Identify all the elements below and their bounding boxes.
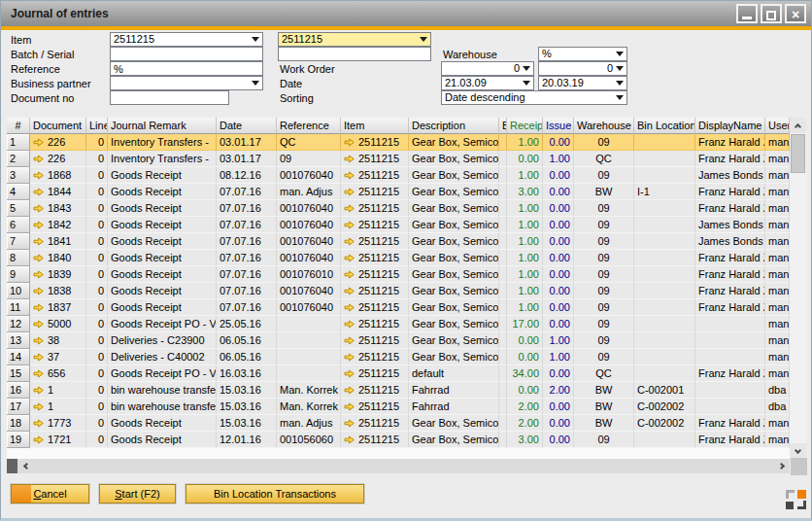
business-partner-combo[interactable] — [110, 76, 263, 90]
row-number-cell[interactable]: 4 — [7, 184, 30, 200]
date-from-combo[interactable]: 21.03.09 — [441, 76, 534, 90]
link-arrow-icon[interactable] — [33, 402, 44, 411]
table-row[interactable]: 1018380Goods Receipt07.07.16001076040251… — [7, 283, 790, 299]
table-row[interactable]: 14370Deliveries - C4000206.05.162511215G… — [7, 349, 790, 365]
header-reference[interactable]: Reference — [277, 118, 341, 134]
link-arrow-icon[interactable] — [33, 353, 44, 362]
table-row[interactable]: 1118370Goods Receipt07.07.16001076040251… — [7, 299, 790, 316]
cell-document[interactable]: 226 — [30, 151, 86, 167]
header-date[interactable]: Date — [217, 118, 277, 134]
cell-document[interactable]: 656 — [30, 365, 86, 382]
table-row[interactable]: 918390Goods Receipt07.07.160010760102511… — [7, 266, 790, 283]
row-number-cell[interactable]: 19 — [7, 432, 30, 448]
title-bar[interactable]: Journal of entries — [1, 1, 811, 26]
table-row[interactable]: 12260Inventory Transfers -03.01.17QC2511… — [7, 134, 790, 151]
table-row[interactable]: 418440Goods Receipt07.07.16man. Adjus251… — [7, 184, 790, 200]
row-number-cell[interactable]: 14 — [7, 349, 30, 365]
cell-item[interactable]: 2511215 — [341, 151, 409, 167]
work-order-from-combo[interactable]: 0 — [441, 61, 534, 76]
link-arrow-icon[interactable] — [33, 320, 44, 329]
cell-item[interactable]: 2511215 — [341, 399, 409, 415]
row-number-cell[interactable]: 2 — [7, 151, 30, 167]
table-row[interactable]: 1710bin warehouse transfer15.03.16Man. K… — [7, 399, 790, 415]
cell-document[interactable]: 1868 — [30, 167, 86, 184]
cell-document[interactable]: 1 — [30, 382, 86, 399]
cell-document[interactable]: 1721 — [30, 432, 86, 448]
vertical-scrollbar-thumb[interactable] — [791, 134, 805, 173]
link-arrow-icon[interactable] — [33, 369, 44, 378]
row-number-cell[interactable]: 12 — [7, 316, 30, 332]
link-arrow-icon[interactable] — [344, 138, 355, 147]
link-arrow-icon[interactable] — [344, 287, 355, 295]
item-combo-secondary[interactable]: 2511215 — [278, 32, 431, 47]
cell-item[interactable]: 2511215 — [341, 415, 409, 432]
cell-item[interactable]: 2511215 — [341, 432, 409, 448]
link-arrow-icon[interactable] — [344, 402, 355, 411]
header-receipt[interactable]: Receipt — [507, 118, 543, 134]
header-display-name[interactable]: DisplayName — [695, 118, 765, 134]
link-arrow-icon[interactable] — [344, 435, 355, 444]
cell-document[interactable]: 1773 — [30, 415, 86, 432]
batch-serial-input-secondary[interactable] — [278, 47, 431, 61]
row-number-cell[interactable]: 15 — [7, 365, 30, 382]
table-row[interactable]: 1817730Goods Receipt15.03.16man. Adjus25… — [7, 415, 790, 432]
link-arrow-icon[interactable] — [344, 254, 355, 262]
date-to-combo[interactable]: 20.03.19 — [538, 76, 627, 90]
row-number-cell[interactable]: 11 — [7, 299, 30, 316]
table-row[interactable]: 318680Goods Receipt08.12.160010760402511… — [7, 167, 790, 184]
link-arrow-icon[interactable] — [344, 320, 355, 329]
link-arrow-icon[interactable] — [344, 171, 355, 180]
start-button[interactable]: Start (F2) — [99, 484, 176, 504]
cell-document[interactable]: 1844 — [30, 184, 86, 200]
table-row[interactable]: 22260Inventory Transfers -03.01.17092511… — [7, 151, 790, 167]
cell-document[interactable]: 1840 — [30, 250, 86, 266]
header-item[interactable]: Item — [341, 118, 409, 134]
cell-item[interactable]: 2511215 — [341, 283, 409, 299]
sorting-combo[interactable]: Date descending — [441, 90, 627, 105]
cell-item[interactable]: 2511215 — [341, 217, 409, 233]
row-number-cell[interactable]: 1 — [7, 134, 30, 151]
table-row[interactable]: 718410Goods Receipt07.07.160010760402511… — [7, 233, 790, 250]
link-arrow-icon[interactable] — [344, 270, 355, 279]
header-description[interactable]: Description — [409, 118, 499, 134]
link-arrow-icon[interactable] — [344, 237, 355, 246]
cell-item[interactable]: 2511215 — [341, 349, 409, 365]
link-arrow-icon[interactable] — [33, 386, 44, 395]
cell-item[interactable]: 2511215 — [341, 316, 409, 332]
cell-document[interactable]: 1837 — [30, 299, 86, 316]
cell-item[interactable]: 2511215 — [341, 134, 409, 151]
header-row-number[interactable]: # — [7, 118, 30, 134]
row-number-cell[interactable]: 9 — [7, 266, 30, 283]
row-number-cell[interactable]: 16 — [7, 382, 30, 399]
row-number-cell[interactable]: 10 — [7, 283, 30, 299]
scrollbar-split-handle[interactable] — [7, 459, 17, 473]
header-issue[interactable]: Issue — [543, 118, 574, 134]
link-arrow-icon[interactable] — [33, 419, 44, 428]
link-arrow-icon[interactable] — [344, 188, 355, 196]
link-arrow-icon[interactable] — [33, 138, 44, 147]
work-order-to-combo[interactable]: 0 — [538, 61, 627, 76]
cancel-button[interactable]: Cancel — [11, 484, 89, 504]
link-arrow-icon[interactable] — [33, 336, 44, 345]
row-number-cell[interactable]: 5 — [7, 200, 30, 217]
header-journal-remark[interactable]: Journal Remark — [108, 118, 217, 134]
cell-document[interactable]: 1838 — [30, 283, 86, 299]
row-number-cell[interactable]: 13 — [7, 332, 30, 349]
bin-location-transactions-button[interactable]: Bin Location Transactions — [186, 484, 364, 504]
table-row[interactable]: 518430Goods Receipt07.07.160010760402511… — [7, 200, 790, 217]
document-no-input[interactable] — [110, 90, 229, 105]
header-bin-location[interactable]: Bin Location — [634, 118, 695, 134]
cell-item[interactable]: 2511215 — [341, 299, 409, 316]
cell-item[interactable]: 2511215 — [341, 266, 409, 283]
link-arrow-icon[interactable] — [33, 237, 44, 246]
link-arrow-icon[interactable] — [344, 204, 355, 213]
header-line[interactable]: Line — [86, 118, 108, 134]
row-number-cell[interactable]: 7 — [7, 233, 30, 250]
cell-item[interactable]: 2511215 — [341, 200, 409, 217]
cell-document[interactable]: 1842 — [30, 217, 86, 233]
batch-serial-input[interactable] — [110, 47, 263, 61]
header-document[interactable]: Document — [30, 118, 86, 134]
expand-form-icon[interactable] — [786, 490, 806, 509]
scroll-left-button[interactable] — [17, 459, 33, 473]
link-arrow-icon[interactable] — [344, 336, 355, 345]
